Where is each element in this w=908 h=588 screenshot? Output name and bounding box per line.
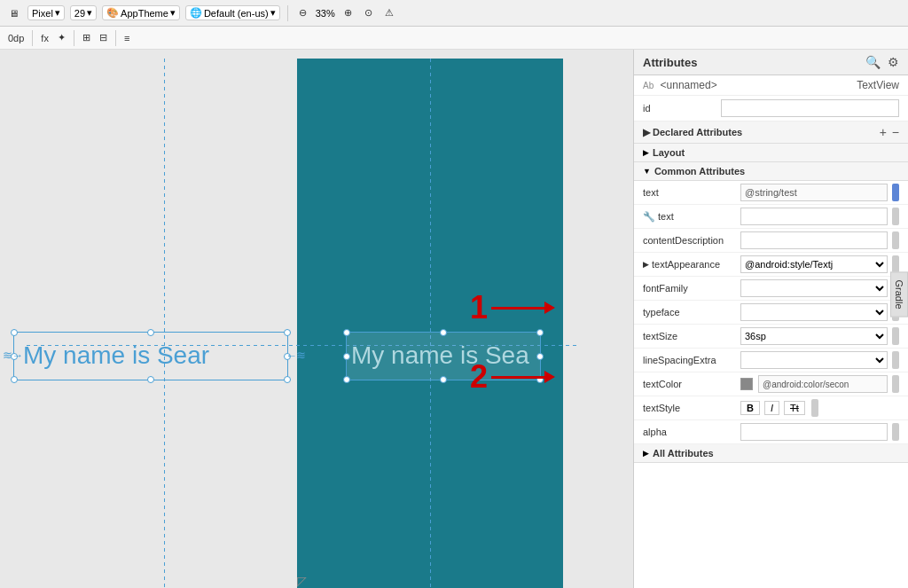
chevron-down-icon: ▾ [87,7,92,19]
attr-pill-gray10 [811,399,818,417]
theme-icon: 🎨 [106,7,119,19]
italic-button[interactable]: I [764,401,779,415]
top-toolbar: 🖥 Pixel ▾ 29 ▾ 🎨 AppTheme ▾ 🌐 Default (e… [0,0,908,27]
zoom-fit-button[interactable]: ⊙ [361,5,376,20]
fontfamily-select[interactable] [740,279,888,297]
device-label: Pixel [32,8,53,19]
attributes-header: Attributes 🔍 ⚙ [634,50,908,75]
attr-label-textstyle: textStyle [643,403,740,413]
second-toolbar: 0dp fx ✦ ⊞ ⊟ ≡ [0,27,908,50]
triangle-icon: ▶ [643,127,650,137]
selection-box-left[interactable]: My name is Sear [13,332,288,380]
monitor-icon: 🖥 [9,8,19,19]
handle-top-center[interactable] [147,329,154,336]
id-input[interactable] [721,99,899,117]
triangle-icon: ▶ [643,260,649,269]
layout-list-button[interactable]: ⊟ [97,31,110,44]
device-dropdown[interactable]: Pixel ▾ [27,5,65,20]
attr-row-textappearance: ▶ textAppearance @android:style/Textj [634,253,908,277]
textappearance-select[interactable]: @android:style/Textj [740,255,888,273]
attr-row-textstyle: textStyle B I Tt [634,396,908,420]
attr-value-text1 [740,184,899,201]
handle2-top-center[interactable] [440,329,447,336]
widget-name: Ab <unnamed> [643,79,717,91]
attributes-panel: Attributes 🔍 ⚙ Ab <unnamed> TextView id … [633,50,908,588]
resize-handle[interactable]: ◸ [297,574,307,588]
textsize-select[interactable]: 36sp [740,327,888,345]
text1-input[interactable] [740,184,888,201]
attr-label-contentdesc: contentDescription [643,235,740,246]
handle-bottom-right[interactable] [284,376,291,383]
layout-section[interactable]: ▶ Layout [634,144,908,162]
all-attributes-section[interactable]: ▶ All Attributes [634,444,908,463]
handle2-top-right[interactable] [536,329,544,336]
typeface-select[interactable] [740,303,888,321]
widget-type-row: Ab <unnamed> TextView [634,75,908,96]
locale-dropdown[interactable]: 🌐 Default (en-us) ▾ [185,5,280,20]
attr-value-typeface [740,303,899,321]
layout-section-title: Layout [653,147,685,158]
anno-2-arrow [491,371,555,383]
annotation-2: 2 [470,358,555,396]
zoom-in-button[interactable]: ⊕ [340,5,356,20]
handle2-middle-left[interactable] [343,353,350,360]
handle2-top-left[interactable] [343,329,350,336]
attr-row-alpha: alpha [634,420,908,444]
api-dropdown[interactable]: 29 ▾ [70,5,97,20]
anno-1-arrow [491,302,555,314]
declared-attributes-section[interactable]: ▶ Declared Attributes + − [634,122,908,144]
offset-input[interactable]: 0dp [5,32,27,44]
alpha-input[interactable] [740,423,888,441]
handle-top-left[interactable] [11,329,18,336]
handle-top-right[interactable] [284,329,291,336]
attr-row-typeface: typeface [634,301,908,325]
declared-actions: + − [880,125,899,139]
locale-icon: 🌐 [190,7,202,19]
arrow-right-extend: ←≋ [286,349,305,362]
handle-bottom-center[interactable] [147,376,154,383]
offset-value: 0dp [8,33,24,43]
attr-label-textsize: textSize [643,331,740,341]
text2-input[interactable] [740,208,888,225]
color-swatch[interactable] [740,378,753,390]
attr-value-textsize: 36sp [740,327,899,345]
chevron-down-icon: ▾ [170,7,176,19]
triangle-icon: ▶ [643,449,649,458]
theme-dropdown[interactable]: 🎨 AppTheme ▾ [102,5,180,20]
attr-label-alpha: alpha [643,427,740,437]
minus-icon[interactable]: − [892,125,899,139]
gradle-tab[interactable]: Gradle [890,271,908,317]
linespacing-select[interactable] [740,351,888,369]
handle2-bottom-center[interactable] [440,376,447,383]
attr-value-textcolor [740,375,899,393]
contentdesc-input[interactable] [740,231,888,249]
anno-1-number: 1 [470,289,488,326]
warning-icon[interactable]: ⚠ [381,5,397,20]
attr-label-textcolor: textColor [643,379,740,389]
attr-label-text1: text [643,187,740,198]
handle-bottom-left[interactable] [11,376,18,383]
sep3 [74,30,74,46]
textcolor-input[interactable] [758,375,888,393]
attr-value-textstyle: B I Tt [740,399,899,417]
handle2-bottom-left[interactable] [343,376,350,383]
chevron-down-icon: ▾ [270,7,276,19]
search-icon[interactable]: 🔍 [865,55,881,69]
attr-row-linespacing: lineSpacingExtra [634,349,908,372]
widget-type: TextView [857,79,899,91]
bold-button[interactable]: B [740,401,760,415]
align-button[interactable]: ≡ [121,32,132,44]
toolbar-device-menu[interactable]: 🖥 [5,6,22,20]
magic-button[interactable]: ✦ [55,31,68,44]
settings-icon[interactable]: ⚙ [888,55,899,69]
fx-button[interactable]: fx [38,32,51,44]
layout-grid-button[interactable]: ⊞ [80,31,93,44]
add-icon[interactable]: + [880,125,887,139]
common-section-header[interactable]: ▼ Common Attributes [634,162,908,181]
attr-pill-gray9 [892,375,899,393]
attr-row-text2: 🔧 text [634,205,908,229]
common-section-title: Common Attributes [654,166,745,176]
sep2 [32,30,33,46]
zoom-out-button[interactable]: ⊖ [295,5,310,20]
strike-button[interactable]: Tt [784,401,805,415]
